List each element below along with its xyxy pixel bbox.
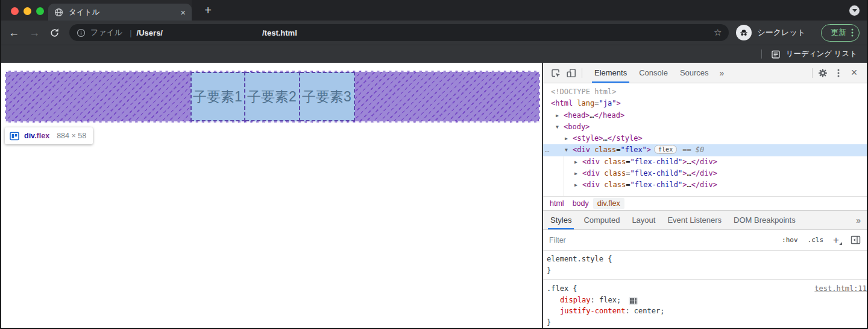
css-property-value: center [634,307,660,315]
url-scheme: ファイル [90,27,122,38]
code-token: class [604,158,626,166]
kebab-menu-icon[interactable] [831,65,846,81]
collapsed-arrow-icon[interactable]: ▶ [574,179,582,191]
devtools-toolbar: ElementsConsoleSources » [543,63,867,83]
new-tab-button[interactable]: + [200,2,216,18]
element-style-rule[interactable]: element.style { } [543,251,867,279]
maximize-window-button[interactable] [36,7,44,15]
toolbar-divider [812,68,813,78]
inspect-element-icon[interactable] [548,65,564,81]
gear-icon[interactable] [815,65,831,81]
code-token: <head> [564,111,590,120]
code-token: </div> [691,158,717,166]
styles-filter-input[interactable] [549,236,772,244]
code-token: class [604,180,626,189]
update-button-label: 更新 [831,27,846,38]
breadcrumb-item-html[interactable]: html [546,198,568,209]
selected-node-annotation: == $0 [682,145,704,154]
code-token: <body> [564,123,590,131]
sidebar-tab-dom-breakpoints[interactable]: DOM Breakpoints [728,211,802,229]
dom-tree-row[interactable]: <html lang="ja"> [543,98,867,109]
reading-list-label[interactable]: リーディング リスト [786,49,857,59]
incognito-icon [736,25,752,40]
devtools-tab-console[interactable]: Console [633,63,674,83]
dom-tree-row[interactable]: <!DOCTYPE html> [543,86,867,98]
sidebar-tab-styles[interactable]: Styles [544,211,577,229]
info-icon[interactable] [77,28,86,37]
update-browser-button[interactable]: 更新 [821,24,860,42]
browser-tab[interactable]: タイトル × [48,4,192,21]
dom-tree-row[interactable]: ▼<body> [543,121,867,133]
expanded-arrow-icon[interactable]: ▼ [565,144,573,156]
css-property-name: display [560,296,591,304]
flex-child-box: 子要素2 [245,72,300,121]
url-path-end: /test.html [262,28,297,37]
back-button[interactable]: ← [8,27,19,38]
code-token: > [647,145,651,154]
tooltip-tag: div [24,132,34,140]
close-window-button[interactable] [11,7,19,15]
reload-button[interactable] [49,28,60,38]
flex-style-rule[interactable]: test.html:11 .flex { display: flex; just… [543,279,867,328]
breadcrumb-item-div.flex[interactable]: div.flex [593,198,624,209]
code-token: > [616,99,620,107]
new-style-rule-button[interactable]: + [833,234,842,246]
styles-filter-row: :hov .cls + [543,230,867,251]
dom-tree-row[interactable]: ▶<div class="flex-child">…</div> [543,179,867,191]
code-token: … [687,158,691,166]
row-overflow-ellipsis[interactable]: … [545,144,549,156]
toggle-cls-button[interactable]: .cls [808,236,824,244]
css-declaration[interactable]: display: flex; [547,295,867,306]
css-declaration[interactable]: justify-content: center; [547,305,867,317]
tab-close-icon[interactable]: × [180,8,186,17]
flex-badge[interactable]: flex [654,145,677,154]
collapsed-arrow-icon[interactable]: ▶ [574,168,582,179]
sidebar-toggle-icon[interactable] [851,235,861,244]
url-separator: | [130,28,131,37]
dom-tree-row[interactable]: …▼<div class="flex">flex== $0 [543,144,867,156]
style-source-link[interactable]: test.html:11 [814,283,867,295]
dom-tree-row[interactable]: ▶<div class="flex-child">…</div> [543,156,867,168]
kebab-menu-icon[interactable] [851,28,854,37]
more-panels-button[interactable]: » [715,68,729,78]
bookmark-star-icon[interactable]: ☆ [714,27,722,38]
css-colon: : [591,296,599,304]
dom-tree: <!DOCTYPE html><html lang="ja">▶<head>…<… [543,83,867,196]
collapsed-arrow-icon[interactable]: ▶ [565,133,573,144]
code-token: <div [582,180,604,189]
more-sidebar-tabs-button[interactable]: » [851,211,867,229]
expanded-arrow-icon[interactable]: ▼ [556,121,564,133]
styles-pane: element.style { } test.html:11 .flex { d… [543,251,867,328]
sidebar-tab-layout[interactable]: Layout [626,211,661,229]
window-controls [11,7,44,15]
device-toolbar-icon[interactable] [564,65,579,81]
code-token: </div> [691,169,717,177]
devtools-tab-elements[interactable]: Elements [588,63,633,83]
forward-button: → [29,27,40,38]
code-token: "flex-child" [630,169,682,177]
devtools-tab-sources[interactable]: Sources [674,63,715,83]
close-devtools-icon[interactable]: × [846,66,862,79]
dom-tree-row[interactable]: ▶<head>…</head> [543,110,867,121]
sidebar-tab-event-listeners[interactable]: Event Listeners [661,211,728,229]
flex-child-box: 子要素1 [190,72,245,121]
flex-editor-icon[interactable] [629,297,638,305]
code-token: class [594,145,616,154]
dom-tree-row[interactable]: ▶<div class="flex-child">…</div> [543,168,867,179]
code-token: "flex-child" [630,158,682,166]
code-token: </style> [608,134,643,142]
tab-strip: タイトル × + [1,0,867,21]
code-token: "flex-child" [630,180,682,189]
css-semicolon: ; [660,307,664,315]
minimize-window-button[interactable] [24,7,31,15]
breadcrumb-item-body[interactable]: body [568,198,593,209]
sidebar-tab-computed[interactable]: Computed [577,211,626,229]
collapsed-arrow-icon[interactable]: ▶ [574,156,582,168]
address-bar[interactable]: ファイル | /Users/ /test.html ☆ [69,24,729,41]
code-token: </div> [691,180,717,189]
tab-search-button[interactable] [849,5,860,16]
toggle-hov-button[interactable]: :hov [782,236,798,244]
collapsed-arrow-icon[interactable]: ▶ [556,110,564,121]
bookmarks-bar: リーディング リスト [1,45,867,63]
dom-tree-row[interactable]: ▶<style>…</style> [543,133,867,144]
